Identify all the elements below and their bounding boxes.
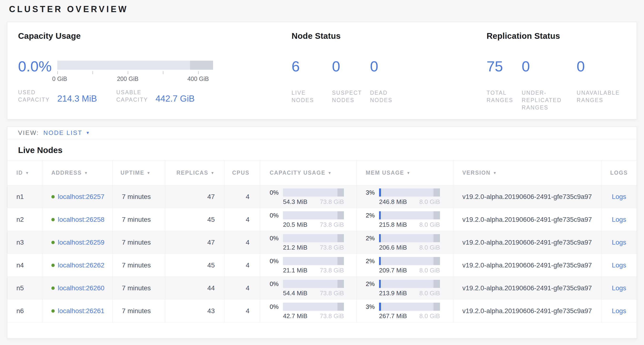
- capacity-bar-reserved: [338, 257, 344, 265]
- capacity-percent: 0%: [270, 189, 283, 196]
- mem-bar-reserved: [434, 280, 440, 288]
- node-uptime: 7 minutes: [112, 299, 165, 322]
- capacity-bar: [283, 303, 344, 311]
- capacity-usage-cell: 0% 20.5 MiB 73.8 GiB: [260, 208, 357, 231]
- node-cpus: 4: [224, 231, 260, 254]
- mem-bar-fill: [379, 257, 381, 265]
- column-header-address[interactable]: ADDRESS ▼: [42, 160, 112, 185]
- live-nodes-count: 6: [292, 57, 332, 75]
- capacity-bar-reserved: [338, 188, 344, 197]
- column-header-capacity-usage[interactable]: CAPACITY USAGE ▼: [260, 160, 357, 185]
- capacity-max: 73.8 GiB: [320, 312, 344, 320]
- node-status-title: Node Status: [292, 31, 486, 41]
- capacity-usage-cell: 0% 21.2 MiB 73.8 GiB: [260, 231, 357, 254]
- mem-bar-fill: [379, 211, 381, 219]
- mem-bar-fill: [379, 188, 381, 197]
- table-row: n3 localhost:26259 7 minutes 47 4 0%: [7, 231, 637, 254]
- column-header-logs: LOGS: [602, 160, 637, 185]
- capacity-bar-reserved: [338, 303, 344, 311]
- capacity-meter-reserved-segment: [190, 61, 213, 70]
- mem-bar-reserved: [434, 211, 440, 219]
- mem-usage-cell: 2% 213.9 MiB 8.0 GiB: [357, 277, 453, 299]
- node-id: n6: [7, 299, 42, 322]
- view-bar: VIEW: NODE LIST ▼: [7, 127, 637, 139]
- mem-max: 8.0 GiB: [419, 267, 440, 274]
- capacity-axis: 0 GiB 200 GiB 400 GiB: [57, 70, 213, 82]
- axis-tick: [92, 71, 93, 74]
- logs-cell: Logs: [602, 254, 637, 276]
- logs-link[interactable]: Logs: [612, 239, 626, 246]
- chevron-down-icon: ▼: [86, 131, 90, 135]
- mem-max: 8.0 GiB: [419, 289, 440, 297]
- node-cpus: 4: [224, 254, 260, 276]
- node-version: v19.2.0-alpha.20190606-2491-gfe735c9a97: [453, 185, 602, 208]
- suspect-nodes-label: SUSPECT NODES: [332, 89, 368, 104]
- logs-cell: Logs: [602, 208, 637, 231]
- node-live-dot-icon: [51, 241, 55, 244]
- capacity-meter-track: [57, 61, 213, 70]
- usable-capacity-label: USABLE CAPACITY: [116, 89, 156, 104]
- node-live-dot-icon: [51, 195, 55, 198]
- table-row: n1 localhost:26257 7 minutes 47 4 0%: [7, 185, 637, 208]
- node-status-section: Node Status 6 LIVE NODES 0 SUSPECT NODES…: [292, 31, 486, 112]
- summary-card: Capacity Usage 0.0% 0 GiB 20: [7, 22, 637, 119]
- sort-desc-icon: ▼: [211, 171, 215, 175]
- node-address-link[interactable]: localhost:26260: [58, 284, 104, 292]
- capacity-max: 73.8 GiB: [320, 244, 344, 251]
- node-cpus: 4: [224, 277, 260, 299]
- node-address-link[interactable]: localhost:26261: [58, 307, 104, 315]
- logs-link[interactable]: Logs: [612, 193, 626, 201]
- live-nodes-title: Live Nodes: [7, 139, 637, 160]
- node-cpus: 4: [224, 299, 260, 322]
- logs-link[interactable]: Logs: [612, 216, 626, 223]
- table-row: n5 localhost:26260 7 minutes 44 4 0%: [7, 276, 637, 299]
- node-address-link[interactable]: localhost:26262: [58, 261, 104, 269]
- capacity-usage-title: Capacity Usage: [18, 31, 292, 41]
- usable-capacity-value: 442.7 GiB: [156, 94, 195, 103]
- node-version: v19.2.0-alpha.20190606-2491-gfe735c9a97: [453, 231, 602, 254]
- capacity-used: 54.4 MiB: [283, 289, 308, 297]
- live-nodes-label: LIVE NODES: [292, 89, 327, 104]
- mem-bar: [379, 257, 440, 265]
- mem-max: 8.0 GiB: [419, 198, 440, 206]
- dead-nodes-label: DEAD NODES: [370, 89, 406, 104]
- node-live-dot-icon: [51, 218, 55, 221]
- column-header-id[interactable]: ID ▼: [7, 160, 42, 185]
- sort-desc-icon: ▼: [328, 171, 332, 175]
- axis-tick: [57, 71, 58, 74]
- mem-bar-reserved: [434, 188, 440, 197]
- mem-usage-cell: 2% 215.8 MiB 8.0 GiB: [357, 208, 453, 231]
- capacity-bar-reserved: [338, 280, 344, 288]
- capacity-bar: [283, 280, 344, 288]
- view-dropdown[interactable]: NODE LIST ▼: [43, 129, 90, 137]
- under-replicated-ranges-count: 0: [522, 57, 577, 75]
- axis-tick: [198, 71, 198, 74]
- capacity-bar: [283, 234, 344, 242]
- view-dropdown-value: NODE LIST: [43, 129, 82, 137]
- node-address-link[interactable]: localhost:26258: [58, 216, 104, 223]
- node-address-link[interactable]: localhost:26259: [58, 239, 104, 246]
- column-header-mem-usage[interactable]: MEM USAGE ▼: [357, 160, 453, 185]
- column-header-replicas[interactable]: REPLICAS ▼: [165, 160, 224, 185]
- node-id: n2: [7, 208, 42, 231]
- capacity-meter: 0 GiB 200 GiB 400 GiB: [57, 57, 213, 82]
- node-address-link[interactable]: localhost:26257: [58, 193, 104, 201]
- logs-link[interactable]: Logs: [612, 284, 626, 292]
- node-address-cell: localhost:26260: [42, 277, 112, 299]
- capacity-used: 42.7 MiB: [283, 312, 308, 320]
- used-capacity-label: USED CAPACITY: [18, 89, 57, 104]
- under-replicated-ranges-label: UNDER-REPLICATED RANGES: [522, 89, 570, 111]
- logs-link[interactable]: Logs: [612, 307, 626, 315]
- table-row: n6 localhost:26261 7 minutes 43 4 0%: [7, 299, 637, 322]
- capacity-percent: 0%: [270, 280, 283, 288]
- mem-percent: 3%: [366, 189, 379, 196]
- node-address-cell: localhost:26262: [42, 254, 112, 276]
- table-row: n4 localhost:26262 7 minutes 45 4 0%: [7, 254, 637, 276]
- node-uptime: 7 minutes: [112, 277, 165, 299]
- column-header-version[interactable]: VERSION ▼: [453, 160, 602, 185]
- logs-link[interactable]: Logs: [612, 261, 626, 269]
- mem-percent: 3%: [366, 303, 379, 310]
- dead-nodes-stat: 0 DEAD NODES: [370, 57, 406, 104]
- column-header-uptime[interactable]: UPTIME ▼: [112, 160, 165, 185]
- mem-bar-fill: [379, 303, 381, 311]
